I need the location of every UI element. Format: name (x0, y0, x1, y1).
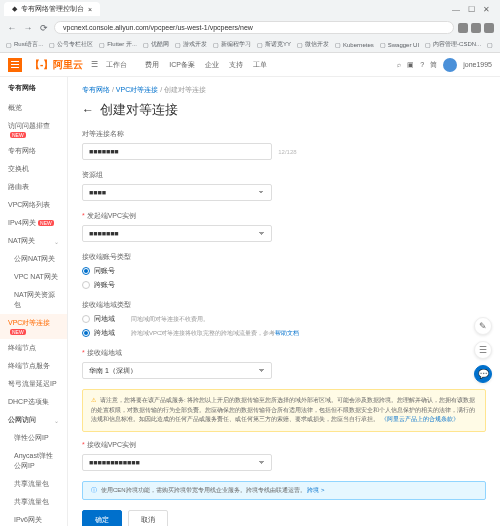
nav-back-icon[interactable]: ← (6, 22, 18, 34)
menu-button[interactable] (8, 58, 22, 72)
sidebar-item[interactable]: 概览 (0, 99, 67, 117)
account-type-label: 接收端账号类型 (82, 252, 486, 262)
header-nav-item[interactable]: 企业 (205, 60, 219, 70)
notification-icon[interactable]: ▣ (407, 61, 414, 69)
help-icon[interactable]: ? (420, 61, 424, 68)
bookmark-item[interactable]: Kubernetes (335, 40, 374, 49)
sidebar-item[interactable]: IPv4网关NEW (0, 214, 67, 232)
sidebar-item[interactable]: 弹性公网IP (0, 429, 67, 447)
aliyun-logo[interactable]: 【-】阿里云 (30, 58, 83, 72)
resource-group-label: 资源组 (82, 170, 486, 180)
chat-float-button[interactable]: 💬 (474, 365, 492, 383)
window-minimize-icon[interactable]: — (452, 5, 460, 14)
browser-tab[interactable]: ◆ 专有网络管理控制台 × (4, 2, 100, 16)
cross-border-link[interactable]: 跨境 > (307, 487, 324, 493)
confirm-button[interactable]: 确定 (82, 510, 122, 526)
radio-icon (82, 315, 90, 323)
tab-close-icon[interactable]: × (88, 6, 92, 13)
tab-favicon: ◆ (12, 5, 17, 13)
sidebar-item[interactable]: 专有网络 (0, 142, 67, 160)
lang-icon[interactable]: 简 (430, 60, 437, 70)
radio-same-region[interactable]: 同地域同地域间对等连接不收费用。 (82, 314, 486, 324)
header-nav-item[interactable]: ICP备案 (169, 60, 195, 70)
edit-float-button[interactable]: ✎ (474, 317, 492, 335)
target-region-label: 接收端地域 (82, 348, 486, 358)
header-nav-item[interactable]: 工单 (253, 60, 267, 70)
radio-cross-region[interactable]: 跨地域跨地域VPC对等连接将收取完整的跨地域流量费，参考帮助文档 (82, 328, 486, 338)
breadcrumb-link[interactable]: 专有网络 (82, 86, 110, 93)
name-label: 对等连接名称 (82, 129, 486, 139)
chevron-down-icon: ⌄ (54, 417, 59, 424)
extension-icon[interactable] (484, 23, 494, 33)
search-icon[interactable]: ⌕ (397, 61, 401, 68)
feedback-float-button[interactable]: ☰ (474, 341, 492, 359)
extension-icon[interactable] (471, 23, 481, 33)
sidebar-item[interactable]: 交换机 (0, 160, 67, 178)
info-alert: ⓘ使用CEN跨境功能，需购买跨境带宽专用线企业服务。跨境专线由联通运营。 跨境 … (82, 481, 486, 500)
url-input[interactable]: vpcnext.console.aliyun.com/vpcpeer/us-we… (54, 21, 454, 34)
radio-icon (82, 267, 90, 275)
back-arrow-icon[interactable]: ← (82, 103, 94, 117)
breadcrumb-current: 创建对等连接 (164, 86, 206, 93)
header-nav-item[interactable]: 费用 (145, 60, 159, 70)
avatar[interactable] (443, 58, 457, 72)
workspace-label[interactable]: 工作台 (106, 60, 127, 70)
resource-group-select[interactable]: ■■■■ (82, 184, 272, 201)
extension-icon[interactable] (458, 23, 468, 33)
sidebar-item[interactable]: 共享流量包 (0, 493, 67, 511)
bookmark-item[interactable]: Rust语言... (6, 40, 43, 49)
sidebar-item[interactable]: NAT网关资源包 (0, 286, 67, 314)
cancel-button[interactable]: 取消 (128, 510, 168, 526)
breadcrumb: 专有网络 / VPC对等连接 / 创建对等连接 (82, 85, 486, 95)
radio-icon (82, 281, 90, 289)
help-doc-link[interactable]: 帮助文档 (275, 330, 299, 336)
target-vpc-select[interactable]: ■■■■■■■■■■■■ (82, 454, 272, 471)
warning-icon: ⚠ (91, 397, 96, 403)
bookmark-item[interactable]: 斯诺克YY (257, 40, 291, 49)
sidebar-item[interactable]: VPC NAT网关 (0, 268, 67, 286)
sidebar-item[interactable]: 共享流量包 (0, 475, 67, 493)
tab-title: 专有网络管理控制台 (21, 4, 84, 14)
header-nav-item[interactable]: 支持 (229, 60, 243, 70)
nav-forward-icon[interactable]: → (22, 22, 34, 34)
bookmark-item[interactable]: 游戏开发 (175, 40, 207, 49)
target-region-select[interactable]: 华南 1（深圳） (82, 362, 272, 379)
bookmark-item[interactable]: 内容管理-CSDN... (425, 40, 481, 49)
sidebar-item[interactable]: NAT网关⌄ (0, 232, 67, 250)
warning-alert: ⚠请注意，您将要在该产品或服务: 将跨您以上开启的数据传输至您所选择的域外部署区… (82, 389, 486, 432)
bookmark-item[interactable]: 新编程学习 (213, 40, 251, 49)
sidebar-item[interactable]: DHCP选项集 (0, 393, 67, 411)
sidebar-item[interactable]: VPC网络列表 (0, 196, 67, 214)
sidebar-item[interactable]: 公网访问⌄ (0, 411, 67, 429)
target-vpc-label: 接收端VPC实例 (82, 440, 486, 450)
radio-cross-account[interactable]: 跨账号 (82, 280, 486, 290)
nav-reload-icon[interactable]: ⟳ (38, 22, 50, 34)
bookmark-item[interactable]: 微信开发 (297, 40, 329, 49)
sidebar-item[interactable]: 弩弓流量延迟IP (0, 375, 67, 393)
sidebar-item[interactable]: 公网NAT网关 (0, 250, 67, 268)
sidebar-item[interactable]: 访问问题排查NEW (0, 117, 67, 142)
workspace-icon[interactable]: ☰ (91, 60, 98, 69)
username[interactable]: jone1995 (463, 61, 492, 68)
sidebar-item[interactable]: VPC对等连接NEW (0, 314, 67, 339)
info-icon: ⓘ (91, 487, 97, 493)
bookmark-item[interactable] (487, 40, 493, 49)
source-vpc-select[interactable]: ■■■■■■■ (82, 225, 272, 242)
bookmark-item[interactable]: Swagger UI (380, 40, 419, 49)
sidebar-item[interactable]: 终端节点 (0, 339, 67, 357)
compliance-link[interactable]: 《阿里云产品上的合规条款》 (381, 416, 459, 422)
char-count: 12/128 (278, 149, 296, 155)
sidebar-item[interactable]: IPv6网关 (0, 511, 67, 526)
sidebar-item[interactable]: 路由表 (0, 178, 67, 196)
source-vpc-label: 发起端VPC实例 (82, 211, 486, 221)
window-close-icon[interactable]: ✕ (483, 5, 490, 14)
sidebar-item[interactable]: Anycast弹性公网IP (0, 447, 67, 475)
bookmark-item[interactable]: 公号专栏社区 (49, 40, 93, 49)
bookmark-item[interactable]: 优酷网 (143, 40, 169, 49)
window-maximize-icon[interactable]: ☐ (468, 5, 475, 14)
bookmark-item[interactable]: Flutter 开... (99, 40, 137, 49)
name-input[interactable] (82, 143, 272, 160)
sidebar-item[interactable]: 终端节点服务 (0, 357, 67, 375)
breadcrumb-link[interactable]: VPC对等连接 (116, 86, 158, 93)
radio-same-account[interactable]: 同账号 (82, 266, 486, 276)
